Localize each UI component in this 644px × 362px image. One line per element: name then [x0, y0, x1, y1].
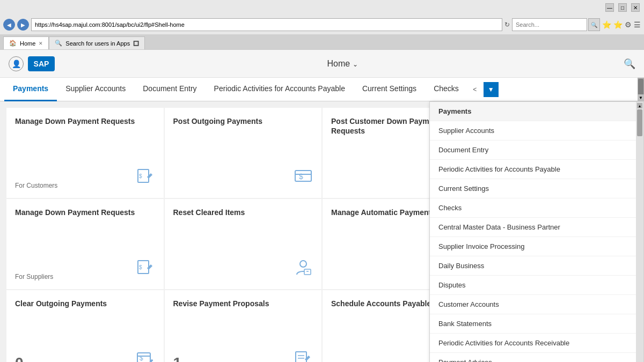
home-icon[interactable]: ⭐ [602, 20, 611, 29]
nav-dropdown-button[interactable]: ▼ [484, 82, 499, 97]
user-icon[interactable]: 👤 [9, 56, 24, 71]
browser-search-button[interactable]: 🔍 [588, 18, 600, 31]
dropdown-item-bank-statements[interactable]: Bank Statements [430, 314, 643, 334]
tab-search-icon: 🔍 [55, 40, 62, 47]
tile-icon-revise [294, 349, 313, 362]
scrollbar-thumb [637, 109, 642, 136]
refresh-button[interactable]: ↻ [504, 21, 510, 28]
scroll-up-btn[interactable]: ▲ [637, 103, 642, 108]
menu-icon[interactable]: ☰ [634, 20, 641, 29]
svg-text:$: $ [139, 173, 142, 179]
dropdown-item-payment-advices[interactable]: Payment Advices [430, 353, 643, 362]
nav-dropdown-menu: Payments Supplier Accounts Document Entr… [429, 101, 644, 362]
tile-title: Manage Down Payment Requests [15, 116, 155, 181]
dropdown-item-central-master-data[interactable]: Central Master Data - Business Partner [430, 218, 643, 237]
address-bar[interactable] [31, 18, 502, 31]
dropdown-item-disputes[interactable]: Disputes [430, 276, 643, 295]
tile-manage-down-payment-customers[interactable]: Manage Down Payment Requests For Custome… [6, 108, 164, 198]
back-button[interactable]: ◀ [3, 19, 15, 31]
tile-badge-one: 1 [173, 354, 182, 362]
tile-icon-clear: $ [136, 349, 155, 362]
browser-toolbar: ◀ ▶ ↻ 🔍 ⭐ ⭐ ⚙ ☰ [0, 15, 644, 34]
browser-tab-search[interactable]: 🔍 Search for users in Apps 🔲 [49, 36, 145, 49]
dropdown-item-payments[interactable]: Payments [430, 102, 643, 121]
forward-button[interactable]: ▶ [17, 19, 29, 31]
tile-title: Post Outgoing Payments [173, 116, 313, 189]
tile-badge-zero: 0 [15, 354, 24, 362]
browser-tabs: 🏠 Home ✕ 🔍 Search for users in Apps 🔲 [0, 34, 644, 49]
dropdown-item-checks[interactable]: Checks [430, 198, 643, 218]
dropdown-item-supplier-accounts[interactable]: Supplier Accounts [430, 121, 643, 141]
sap-navigation: Payments Supplier Accounts Document Entr… [0, 78, 644, 101]
tile-icon-dollar-edit: $ [136, 166, 155, 189]
scrollbar-track [637, 109, 642, 362]
nav-item-checks[interactable]: Checks [425, 78, 467, 101]
settings-icon[interactable]: ⚙ [625, 20, 632, 29]
nav-item-periodic-activities[interactable]: Periodic Activities for Accounts Payable [206, 78, 354, 101]
svg-text:$: $ [139, 264, 142, 270]
tile-icon-supplier-payment: $ [136, 257, 155, 280]
dropdown-item-current-settings[interactable]: Current Settings [430, 179, 643, 198]
maximize-button[interactable]: □ [618, 3, 627, 12]
tile-icon-reset [294, 257, 313, 280]
tile-subtitle: For Suppliers [15, 273, 155, 280]
tile-reset-cleared-items[interactable]: Reset Cleared Items [165, 199, 322, 289]
content-area: Manage Down Payment Requests For Custome… [0, 101, 644, 362]
browser-tab-home[interactable]: 🏠 Home ✕ [3, 36, 49, 49]
close-button[interactable]: ✕ [631, 3, 640, 12]
dropdown-item-customer-accounts[interactable]: Customer Accounts [430, 295, 643, 314]
browser-search-input[interactable] [512, 18, 587, 31]
svg-point-11 [300, 261, 306, 267]
home-title: Home ⌄ [61, 59, 624, 69]
tile-subtitle: For Customers [15, 182, 155, 189]
nav-scrollbar[interactable]: ▼ [638, 78, 644, 101]
search-icon[interactable]: 🔍 [624, 58, 635, 70]
dropdown-item-supplier-invoice[interactable]: Supplier Invoice Processing [430, 237, 643, 256]
tab-favicon: 🔲 [133, 41, 139, 46]
bookmark-icon[interactable]: ⭐ [613, 20, 623, 29]
nav-scroll-down-icon[interactable]: ▼ [638, 94, 644, 101]
browser-titlebar: — □ ✕ [0, 0, 644, 15]
tile-title: Clear Outgoing Payments [15, 299, 155, 362]
nav-item-current-settings[interactable]: Current Settings [354, 78, 425, 101]
nav-item-supplier-accounts[interactable]: Supplier Accounts [57, 78, 134, 101]
sap-logo: SAP [28, 56, 55, 71]
tile-post-outgoing-payments[interactable]: Post Outgoing Payments $ [165, 108, 322, 198]
minimize-button[interactable]: — [605, 3, 614, 12]
nav-item-payments[interactable]: Payments [4, 78, 57, 101]
browser-icons: ⭐ ⭐ ⚙ ☰ [602, 20, 641, 29]
svg-rect-12 [304, 269, 311, 275]
svg-rect-2 [295, 171, 311, 181]
search-area: 🔍 [512, 18, 600, 31]
dropdown-item-daily-business[interactable]: Daily Business [430, 256, 643, 276]
nav-more-button[interactable]: < [467, 82, 482, 97]
dropdown-item-periodic-ar[interactable]: Periodic Activities for Accounts Receiva… [430, 334, 643, 353]
dropdown-item-periodic-activities[interactable]: Periodic Activities for Accounts Payable [430, 160, 643, 179]
tile-icon-payment: $ [294, 166, 313, 189]
sap-application: 👤 SAP Home ⌄ 🔍 Payments Supplier Account… [0, 50, 644, 362]
tab-home-close[interactable]: ✕ [39, 41, 43, 46]
tile-title: Manage Down Payment Requests [15, 208, 155, 272]
dropdown-scrollbar[interactable]: ▲ ▼ [636, 102, 643, 362]
tile-manage-down-payment-suppliers[interactable]: Manage Down Payment Requests For Supplie… [6, 199, 164, 289]
tile-title: Reset Cleared Items [173, 208, 313, 280]
tab-home-label: Home [20, 40, 35, 47]
tab-search-label: Search for users in Apps [65, 40, 130, 47]
sap-header: 👤 SAP Home ⌄ 🔍 [0, 50, 644, 78]
nav-item-document-entry[interactable]: Document Entry [134, 78, 205, 101]
svg-rect-25 [296, 352, 306, 362]
browser-chrome: — □ ✕ ◀ ▶ ↻ 🔍 ⭐ ⭐ ⚙ ☰ 🏠 Home ✕ 🔍 Search … [0, 0, 644, 50]
tile-clear-outgoing-payments[interactable]: Clear Outgoing Payments Manual Clearing … [6, 290, 164, 362]
tab-home-icon: 🏠 [9, 40, 17, 47]
tile-title: Revise Payment Proposals [173, 299, 313, 362]
tile-revise-payment-proposals[interactable]: Revise Payment Proposals 1 [165, 290, 322, 362]
dropdown-item-document-entry[interactable]: Document Entry [430, 141, 643, 160]
svg-text:$: $ [299, 172, 303, 181]
